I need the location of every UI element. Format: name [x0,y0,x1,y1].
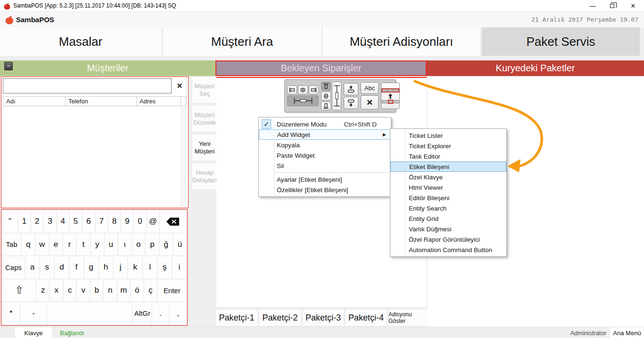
yeni-musteri-button[interactable]: Yeni Müşteri [192,135,217,161]
key-c-cedilla[interactable]: ç [144,279,157,302]
key-v[interactable]: v [77,279,90,302]
key-i-dotless[interactable]: ı [118,234,131,256]
key-r[interactable]: r [63,234,76,256]
key-9[interactable]: 9 [121,211,133,233]
key-7[interactable]: 7 [96,211,107,233]
key-o-umlaut[interactable]: ö [131,279,143,302]
key-2[interactable]: 2 [31,211,43,233]
key-comma[interactable]: , [170,302,186,324]
keyboard-toggle[interactable]: Klavye [15,327,52,338]
menu-item-d-zenleme-modu[interactable]: ✓Düzenleme ModuCtrl+Shift D [259,119,391,129]
tab-paket-servis[interactable]: Paket Servis [482,27,640,56]
key-o[interactable]: o [132,234,145,256]
submenu-item-varl-k-d-mesi[interactable]: Varlık Düğmesi [390,224,506,234]
close-button[interactable]: ✕ [622,0,644,12]
menu-item-paste-widget[interactable]: Paste Widget [259,150,391,161]
restore-button[interactable] [602,0,623,12]
submenu-item-ticket-lister[interactable]: Ticket Lister [390,130,506,141]
key-z[interactable]: z [37,279,50,302]
menu-item-add-widget[interactable]: Add Widget▶ [259,129,391,140]
submenu-item-entity-search[interactable]: Entity Search [390,203,506,213]
key-e[interactable]: e [50,234,62,256]
text-abc-button[interactable]: Abc [361,82,379,94]
bring-to-front-button[interactable] [381,83,400,109]
align-right-button[interactable] [309,85,319,94]
key-1[interactable]: 1 [18,211,30,233]
key-k[interactable]: k [128,256,142,279]
key-t[interactable]: t [77,234,90,256]
key-period[interactable]: . [152,302,169,324]
hesap-detaylari-button[interactable]: Hesap Detayları [192,163,217,189]
key-g-breve[interactable]: ğ [160,234,173,256]
key-at[interactable]: @ [147,211,159,233]
move-up-button[interactable] [344,83,358,95]
key-j[interactable]: j [114,256,127,279]
move-down-button[interactable] [344,97,358,109]
align-center-vertical-button[interactable] [321,92,331,101]
key-i[interactable]: i [173,256,186,279]
key-b[interactable]: b [91,279,103,302]
submenu-item-task-editor[interactable]: Task Editor [390,151,506,161]
key-3[interactable]: 3 [44,211,56,233]
key-enter[interactable]: Enter [157,279,186,302]
shift-key[interactable]: ⇧ [2,279,36,302]
key-tab[interactable]: Tab [2,234,21,256]
submenu-item-automation-command-button[interactable]: Automation Command Button [390,245,506,255]
key-5[interactable]: 5 [70,211,82,233]
key-asterisk[interactable]: * [2,302,20,324]
key-altgr[interactable]: AltGr [133,302,151,324]
submenu-item-zel-klavye[interactable]: Özel Klavye [390,172,506,182]
key-quote[interactable]: " [2,211,17,233]
tab-musteri-ara[interactable]: Müşteri Ara [163,27,321,56]
main-menu-button[interactable]: Ana Menü [610,327,644,338]
key-a[interactable]: a [25,256,39,279]
menu-item-ayarlar-etiket-bile-eni[interactable]: Ayarlar [Etiket Bileşeni] [259,174,391,185]
submenu-item-entity-grid[interactable]: Entity Grid [390,213,506,224]
key-4[interactable]: 4 [57,211,69,233]
submenu-item-edit-r-bile-eni[interactable]: Editör Bileşeni [390,193,506,203]
tab-paketci-2[interactable]: Paketçi-2 [259,310,301,326]
key-s-cedilla[interactable]: ş [158,256,172,279]
key-l[interactable]: l [143,256,157,279]
key-d[interactable]: d [55,256,68,279]
submenu-item-ticket-explorer[interactable]: Ticket Explorer [390,141,506,151]
clear-search-button[interactable]: ✕ [173,78,187,93]
musteri-duzenle-button[interactable]: Müşteri Düzenle [192,106,217,132]
menu-item-zellikler-etiket-bile-eni[interactable]: Özellikler [Etiket Bileşeni] [259,185,391,195]
menu-item-kopyala[interactable]: Kopyala [259,140,391,150]
tab-paketci-3[interactable]: Paketçi-3 [303,310,344,326]
delete-widget-button[interactable]: ✕ [361,95,379,110]
space-key[interactable] [47,302,132,324]
key-w[interactable]: w [36,234,49,256]
key-x[interactable]: x [50,279,63,302]
tab-adisyonu-goster[interactable]: Adisyonu Göster [388,310,428,326]
tab-paketci-1[interactable]: Paketçi-1 [216,310,257,326]
key-dash[interactable]: - [21,302,46,324]
submenu-item-etiket-bile-eni[interactable]: Etiket Bileşeni [390,161,506,172]
key-p[interactable]: p [146,234,158,256]
musteri-sec-button[interactable]: Müşteri Seç [192,77,217,103]
stretch-horizontal-button[interactable] [287,95,319,106]
key-q[interactable]: q [22,234,34,256]
widget-minimize-handle[interactable]: – [4,62,13,70]
key-s[interactable]: s [40,256,54,279]
align-left-button[interactable] [287,85,297,94]
key-m[interactable]: m [117,279,130,302]
key-u-umlaut[interactable]: ü [173,234,186,256]
key-u[interactable]: u [105,234,117,256]
key-g[interactable]: g [84,256,98,279]
submenu-item-html-viewer[interactable]: Html Viewer [390,182,506,193]
key-y[interactable]: y [91,234,104,256]
tab-musteri-adisyonlari[interactable]: Müşteri Adisyonları [323,27,480,56]
align-center-horizontal-button[interactable] [298,85,308,94]
menu-item-sil[interactable]: Sil [259,161,391,171]
key-8[interactable]: 8 [108,211,120,233]
key-h[interactable]: h [99,256,113,279]
tab-paketci-4[interactable]: Paketçi-4 [346,310,387,326]
key-c[interactable]: c [64,279,76,302]
minimize-button[interactable]: — [582,0,603,12]
backspace-key[interactable] [160,211,186,233]
stretch-vertical-button[interactable] [332,82,341,110]
key-caps[interactable]: Caps [2,256,25,279]
key-n[interactable]: n [104,279,116,302]
